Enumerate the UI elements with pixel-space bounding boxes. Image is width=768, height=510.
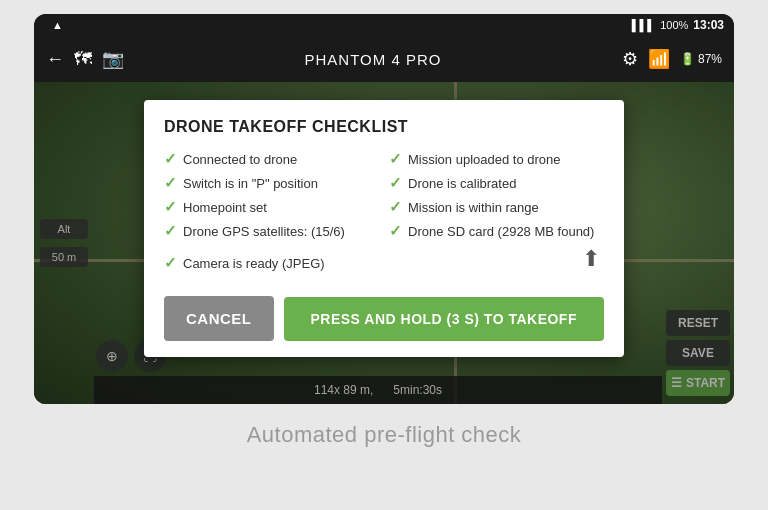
check-icon-2: ✓ xyxy=(389,150,402,168)
checklist-text-2: Mission uploaded to drone xyxy=(408,152,561,167)
app-content: ← 🗺 📷 PHANTOM 4 PRO ⚙ 📶 🔋 87% Alt 50 m R… xyxy=(34,36,734,404)
check-icon-8: ✓ xyxy=(389,222,402,240)
upload-icon: ⬆ xyxy=(389,246,604,272)
checklist-text-6: Mission is within range xyxy=(408,200,539,215)
check-icon-6: ✓ xyxy=(389,198,402,216)
checklist-text-7: Drone GPS satellites: (15/6) xyxy=(183,224,345,239)
checklist-item-1: ✓ Connected to drone xyxy=(164,150,379,168)
checklist-text-5: Homepoint set xyxy=(183,200,267,215)
checklist-item-5: ✓ Homepoint set xyxy=(164,198,379,216)
checklist-item-3: ✓ Switch is in "P" position xyxy=(164,174,379,192)
checklist-modal: DRONE TAKEOFF CHECKLIST ✓ Connected to d… xyxy=(144,100,624,357)
checklist-item-9: ✓ Camera is ready (JPEG) xyxy=(164,246,379,280)
checklist-item-4: ✓ Drone is calibrated xyxy=(389,174,604,192)
check-icon-1: ✓ xyxy=(164,150,177,168)
checklist-title: DRONE TAKEOFF CHECKLIST xyxy=(164,118,604,136)
checklist-text-8: Drone SD card (2928 MB found) xyxy=(408,224,594,239)
check-icon-3: ✓ xyxy=(164,174,177,192)
map-area: Alt 50 m RESET SAVE ☰ START ⊕ ⛶ 114x 89 … xyxy=(34,82,734,404)
checklist-item-6: ✓ Mission is within range xyxy=(389,198,604,216)
status-bar: ▲ ▌▌▌ 100% 13:03 xyxy=(34,14,734,36)
takeoff-button[interactable]: PRESS AND HOLD (3 S) TO TAKEOFF xyxy=(284,297,605,341)
modal-overlay: DRONE TAKEOFF CHECKLIST ✓ Connected to d… xyxy=(34,82,734,404)
map-icon[interactable]: 🗺 xyxy=(74,49,92,70)
settings-icon[interactable]: ⚙ xyxy=(622,48,638,70)
battery-percent: 100% xyxy=(660,19,688,31)
checklist-text-3: Switch is in "P" position xyxy=(183,176,318,191)
camera-icon[interactable]: 📷 xyxy=(102,48,124,70)
check-icon-7: ✓ xyxy=(164,222,177,240)
check-icon-5: ✓ xyxy=(164,198,177,216)
wifi-icon: 📶 xyxy=(648,48,670,70)
check-icon-4: ✓ xyxy=(389,174,402,192)
app-topbar: ← 🗺 📷 PHANTOM 4 PRO ⚙ 📶 🔋 87% xyxy=(34,36,734,82)
signal-icon: ▲ xyxy=(52,19,63,31)
footer-label: Automated pre-flight check xyxy=(247,422,522,448)
bars-icon: ▌▌▌ xyxy=(632,19,655,31)
checklist-text-9: Camera is ready (JPEG) xyxy=(183,256,325,271)
cancel-button[interactable]: CANCEL xyxy=(164,296,274,341)
checklist-text-1: Connected to drone xyxy=(183,152,297,167)
check-icon-9: ✓ xyxy=(164,254,177,272)
checklist-grid: ✓ Connected to drone ✓ Mission uploaded … xyxy=(164,150,604,280)
app-title: PHANTOM 4 PRO xyxy=(305,51,442,68)
checklist-item-2: ✓ Mission uploaded to drone xyxy=(389,150,604,168)
checklist-text-4: Drone is calibrated xyxy=(408,176,516,191)
checklist-item-8: ✓ Drone SD card (2928 MB found) xyxy=(389,222,604,240)
status-time: 13:03 xyxy=(693,18,724,32)
drone-battery: 🔋 87% xyxy=(680,52,722,66)
phone-frame: ▲ ▌▌▌ 100% 13:03 ← 🗺 📷 PHANTOM 4 PRO ⚙ 📶… xyxy=(34,14,734,404)
back-icon[interactable]: ← xyxy=(46,49,64,70)
checklist-actions: CANCEL PRESS AND HOLD (3 S) TO TAKEOFF xyxy=(164,296,604,341)
checklist-item-7: ✓ Drone GPS satellites: (15/6) xyxy=(164,222,379,240)
